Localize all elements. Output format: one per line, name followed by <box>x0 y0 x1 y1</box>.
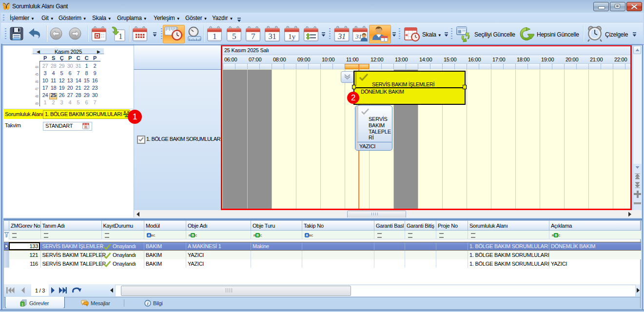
svg-text:5: 5 <box>232 32 236 41</box>
svg-text:31: 31 <box>337 32 346 41</box>
svg-text:31: 31 <box>84 125 88 129</box>
svg-text:1: 1 <box>118 32 122 41</box>
svg-text:1: 1 <box>383 38 385 42</box>
svg-text:1y: 1y <box>288 32 295 40</box>
svg-text:31: 31 <box>269 32 276 41</box>
svg-text:31: 31 <box>355 33 362 40</box>
svg-text:1: 1 <box>213 32 216 41</box>
svg-text:7: 7 <box>251 32 255 41</box>
